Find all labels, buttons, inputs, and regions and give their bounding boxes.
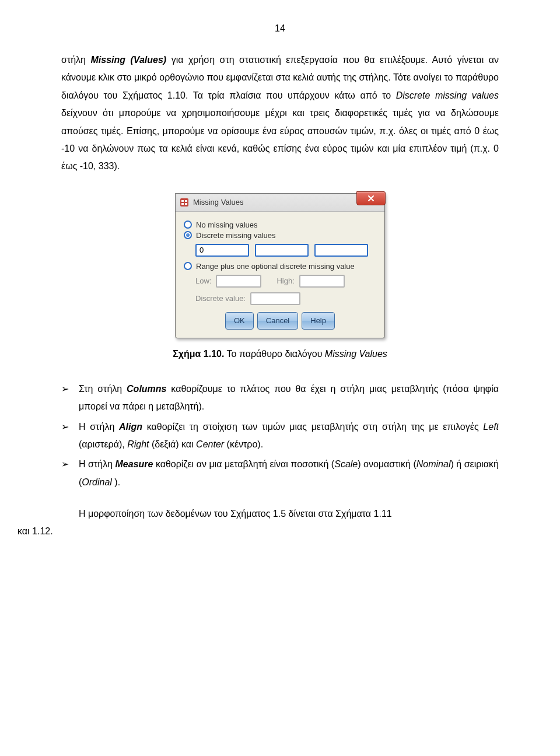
dialog-titlebar: Missing Values (176, 194, 384, 212)
page-number: 14 (61, 23, 499, 34)
high-label: High: (276, 276, 294, 285)
label-missing: Missing (Values) (90, 55, 166, 65)
text: (αριστερά), (79, 439, 127, 449)
discrete-value-3-input[interactable] (314, 244, 368, 257)
bullet-icon: ➢ (61, 380, 72, 416)
discrete-value-2-input[interactable] (255, 244, 309, 257)
label-nominal: Nominal (416, 459, 451, 469)
dialog-title: Missing Values (193, 198, 243, 206)
svg-rect-1 (181, 200, 184, 202)
text: δείχνουν ότι μπορούμε να χρησιμοποιήσουμ… (61, 108, 499, 171)
text: Η στήλη (79, 422, 119, 432)
caption-text: Το παράθυρο διαλόγου (224, 349, 324, 359)
svg-rect-0 (180, 198, 188, 206)
label-measure: Measure (116, 459, 153, 469)
bullet-align: ➢ Η στήλη Align καθορίζει τη στοίχιση τω… (61, 418, 499, 454)
text: ) ονομαστική ( (358, 459, 416, 469)
radio-icon (184, 231, 192, 239)
text: (δεξιά) και (149, 439, 197, 449)
text: ). (112, 477, 120, 487)
text: Στη στήλη (79, 384, 127, 394)
radio-icon (184, 262, 192, 270)
app-icon (179, 197, 190, 208)
label-center: Center (196, 439, 224, 449)
paragraph-missing-values: στήλη Missing (Values) για χρήση στη στα… (61, 51, 499, 176)
bullet-measure: ➢ Η στήλη Measure καθορίζει αν μια μεταβ… (61, 456, 499, 491)
radio-label: Range plus one optional discrete missing… (196, 262, 355, 271)
radio-range[interactable]: Range plus one optional discrete missing… (184, 262, 376, 271)
svg-rect-3 (181, 203, 184, 205)
low-input[interactable] (216, 275, 261, 288)
label-scale: Scale (334, 459, 358, 469)
help-button[interactable]: Help (302, 312, 335, 330)
label-columns: Columns (127, 384, 166, 394)
text: καθορίζει αν μια μεταβλητή είναι ποσοτικ… (153, 459, 334, 469)
close-button[interactable] (356, 191, 386, 205)
cancel-button[interactable]: Cancel (257, 312, 298, 330)
ok-button[interactable]: OK (225, 312, 254, 330)
label-left: Left (483, 422, 499, 432)
close-icon (368, 195, 374, 202)
label-ordinal: Ordinal (82, 477, 112, 487)
text: και 1.12. (18, 523, 499, 540)
caption-number: Σχήμα 1.10. (173, 349, 224, 359)
svg-rect-4 (185, 203, 187, 205)
radio-icon (184, 220, 192, 229)
label-right: Right (127, 439, 149, 449)
final-paragraph: Η μορφοποίηση των δεδομένων του Σχήματος… (61, 505, 499, 541)
text: (κέντρο). (224, 439, 263, 449)
bullet-icon: ➢ (61, 418, 72, 454)
missing-values-dialog: Missing Values No missing values Discret… (175, 193, 385, 338)
bullet-columns: ➢ Στη στήλη Columns καθορίζουμε το πλάτο… (61, 380, 499, 416)
text: Η στήλη (79, 459, 116, 469)
svg-rect-2 (185, 200, 187, 202)
low-label: Low: (195, 276, 211, 285)
bullet-icon: ➢ (61, 456, 72, 491)
label-discrete: Discrete missing values (396, 90, 499, 100)
figure-caption: Σχήμα 1.10. Το παράθυρο διαλόγου Missing… (61, 349, 499, 359)
radio-label: No missing values (196, 220, 258, 229)
radio-no-missing[interactable]: No missing values (184, 220, 376, 229)
radio-discrete-missing[interactable]: Discrete missing values (184, 231, 376, 240)
discrete-value-input[interactable] (250, 292, 300, 305)
radio-label: Discrete missing values (196, 231, 276, 240)
high-input[interactable] (299, 275, 345, 288)
label-align: Align (119, 422, 142, 432)
discrete-value-label: Discrete value: (195, 294, 246, 303)
caption-italic: Missing Values (325, 349, 387, 359)
discrete-value-1-input[interactable] (195, 244, 249, 257)
text: στήλη (61, 55, 90, 65)
text: καθορίζει τη στοίχιση των τιμών μιας μετ… (142, 422, 483, 432)
text: Η μορφοποίηση των δεδομένων του Σχήματος… (79, 505, 499, 523)
